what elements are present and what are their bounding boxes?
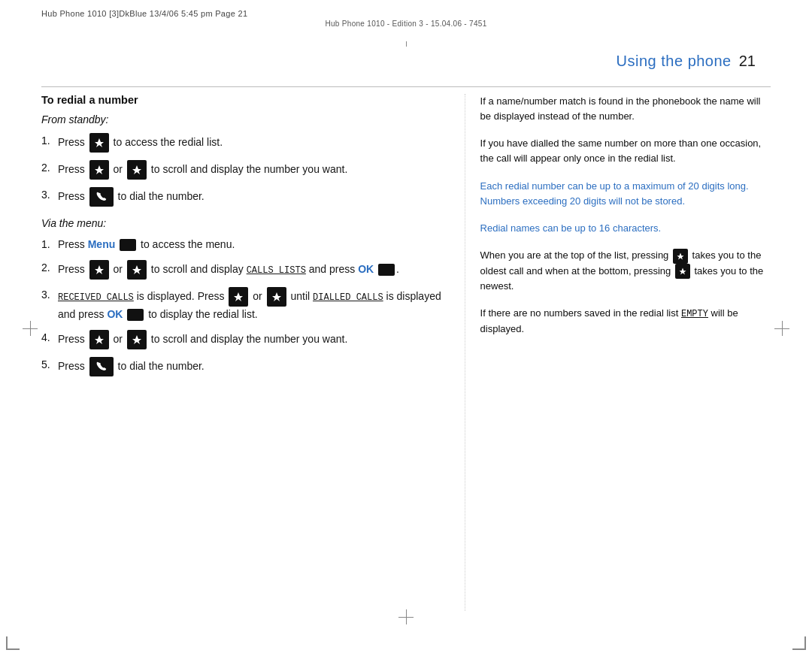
from-standby-label: From standby: [41,113,450,125]
nav-icon-5a [89,330,109,349]
menu-step-1-content: Press Menu to access the menu. [58,237,450,252]
received-calls-label: RECEIVED CALLS [58,292,134,303]
menu-step-2-num: 2. [41,260,58,276]
crosshair-left [23,321,38,336]
crosshair-bottom [398,609,414,624]
note-2: If you have dialled the same number on m… [480,136,771,166]
menu-step-5-content: Press to dial the number. [58,357,450,376]
menu-step-5-num: 5. [41,357,58,373]
nav-icon-4a [229,287,248,307]
left-column: To redial a number From standby: 1. Pres… [41,94,465,611]
menu-step-3-num: 3. [41,287,58,303]
note-5: When you are at the top of the list, pre… [480,248,771,294]
page-title-area: Using the phone21 [617,53,756,70]
nav-icon-note-2 [675,264,690,279]
step-3: 3. Press to dial the number. [41,187,450,207]
step-2: 2. Press or to scroll and display t [41,160,450,180]
menu-label-blue: Menu [88,238,116,250]
page-header: Hub Phone 1010 [3]DkBlue 13/4/06 5:45 pm… [0,0,812,41]
menu-step-2-content: Press or to scroll and display CALLS LIS… [58,260,450,280]
menu-step-1: 1. Press Menu to access the menu. [41,237,450,252]
note-1: If a name/number match is found in the p… [480,94,771,124]
menu-step-4-num: 4. [41,330,58,346]
dialled-calls-label: DIALLED CALLS [313,292,383,303]
svg-marker-10 [679,268,686,275]
nav-icon-2a [89,160,109,180]
nav-icon-2b [127,160,147,180]
standby-steps-list: 1. Press to access the redial list. 2. P… [41,133,450,207]
corner-mark-br [792,636,806,650]
menu-step-3: 3. RECEIVED CALLS is displayed. Press or [41,287,450,322]
nav-icon-1 [89,133,109,153]
step-3-num: 3. [41,187,58,203]
content-area: To redial a number From standby: 1. Pres… [41,94,771,611]
menu-step-4: 4. Press or to scroll and display t [41,330,450,349]
empty-label: EMPTY [681,309,708,319]
menu-step-1-num: 1. [41,237,58,252]
svg-marker-7 [95,335,104,344]
svg-marker-8 [132,335,141,344]
menu-step-3-content: RECEIVED CALLS is displayed. Press or un… [58,287,450,322]
step-3-content: Press to dial the number. [58,187,450,207]
via-menu-label: Via the menu: [41,217,450,229]
menu-step-5: 5. Press to dial the number. [41,357,450,376]
right-column: If a name/number match is found in the p… [465,94,771,611]
menu-steps-list: 1. Press Menu to access the menu. 2. Pre… [41,237,450,376]
menu-button-icon [120,239,136,251]
svg-marker-4 [132,265,141,274]
step-2-content: Press or to scroll and display the numbe… [58,160,450,180]
nav-icon-4b [267,287,286,307]
svg-marker-6 [272,292,281,301]
nav-icon-note-1 [673,249,688,264]
nav-icon-3b [127,260,147,280]
svg-marker-0 [95,138,104,147]
ok-label-blue-2: OK [107,308,123,320]
step-2-num: 2. [41,160,58,176]
note-3: Each redial number can be up to a maximu… [480,179,771,209]
step-1-num: 1. [41,133,58,149]
corner-mark-bl [6,636,20,650]
menu-step-2: 2. Press or to scroll and display C [41,260,450,280]
svg-marker-1 [95,165,104,174]
section-heading: To redial a number [41,94,450,106]
phone-icon-2 [89,357,114,376]
nav-icon-5b [127,330,147,349]
crosshair-right [774,321,789,336]
page-title: Using the phone [617,53,732,69]
ok-label-blue-1: OK [358,263,374,275]
step-1-content: Press to access the redial list. [58,133,450,153]
phone-icon-1 [89,187,114,207]
svg-marker-2 [132,165,141,174]
note-4: Redial names can be up to 16 characters. [480,221,771,236]
calls-lists-label: CALLS LISTS [247,265,306,276]
ok-button-icon-1 [378,264,395,276]
svg-marker-3 [95,265,104,274]
menu-step-4-content: Press or to scroll and display the numbe… [58,330,450,349]
header-divider [41,86,771,87]
svg-marker-9 [677,252,683,259]
header-line2: Hub Phone 1010 - Edition 3 - 15.04.06 - … [41,20,771,28]
ok-button-icon-2 [127,309,144,321]
step-1: 1. Press to access the redial list. [41,133,450,153]
header-line1: Hub Phone 1010 [3]DkBlue 13/4/06 5:45 pm… [41,9,771,18]
nav-icon-3a [89,260,109,280]
note-6: If there are no numbers saved in the red… [480,306,771,337]
page-number: 21 [739,53,756,69]
svg-marker-5 [234,292,243,301]
